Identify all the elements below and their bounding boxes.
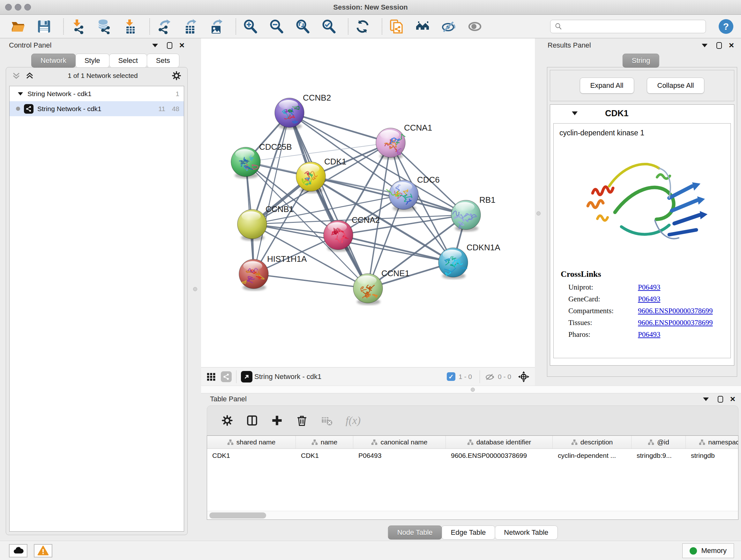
help-button[interactable]: ?: [719, 19, 733, 34]
memory-label: Memory: [701, 547, 727, 555]
export-network-icon[interactable]: [156, 18, 172, 35]
table-settings-gear-icon[interactable]: [221, 415, 233, 427]
panel-collapse-icon[interactable]: [702, 44, 708, 47]
memory-button[interactable]: Memory: [682, 543, 734, 558]
crosslink-link[interactable]: 9606.ENSP00000378699: [638, 307, 713, 315]
crosslink-label: Compartments:: [568, 307, 638, 315]
birds-eye-view-icon[interactable]: [518, 371, 530, 383]
panel-float-icon[interactable]: [718, 396, 723, 402]
horizontal-scrollbar[interactable]: [207, 511, 738, 519]
selected-checkbox-icon[interactable]: ✓: [447, 372, 455, 381]
search-box[interactable]: [550, 20, 706, 33]
column-header[interactable]: description: [553, 436, 631, 449]
tab-style[interactable]: Style: [75, 54, 110, 68]
scrollbar-thumb[interactable]: [209, 512, 266, 518]
crosslink-link[interactable]: P06493: [638, 330, 660, 339]
network-badge-icon[interactable]: [221, 371, 232, 382]
tab-sets[interactable]: Sets: [147, 54, 179, 68]
cloud-status-button[interactable]: [9, 544, 27, 557]
crosslink-link[interactable]: P06493: [638, 295, 660, 303]
import-network-file-icon[interactable]: [70, 18, 86, 35]
section-expand-icon[interactable]: [572, 111, 578, 115]
tab-network-table[interactable]: Network Table: [495, 525, 557, 540]
first-neighbors-icon[interactable]: [414, 18, 431, 35]
network-view-canvas[interactable]: CCNB2CCNA1CDC25BCDK1CDC6RB1CCNB1CCNA2CDK…: [201, 38, 535, 367]
tab-network[interactable]: Network: [31, 54, 76, 68]
column-header[interactable]: @id: [631, 436, 686, 449]
table-row[interactable]: CDK1 CDK1 P06493 9606.ENSP00000378699 cy…: [207, 449, 738, 462]
zoom-in-icon[interactable]: [242, 18, 259, 35]
cell-description[interactable]: cyclin-dependent ...: [553, 449, 631, 462]
search-icon: [554, 22, 562, 30]
panel-collapse-icon[interactable]: [703, 397, 709, 401]
search-input[interactable]: [565, 23, 702, 30]
collapse-all-button[interactable]: Collapse All: [647, 78, 704, 94]
panel-close-icon[interactable]: ×: [729, 42, 734, 49]
cell-name[interactable]: CDK1: [296, 449, 353, 462]
import-network-database-icon[interactable]: [96, 18, 112, 35]
column-header[interactable]: database identifier: [446, 436, 553, 449]
hide-selected-eye-icon[interactable]: [441, 18, 457, 35]
gene-section-header[interactable]: CDK1: [550, 105, 734, 122]
tab-string[interactable]: String: [623, 54, 659, 68]
selected-counts: 1 - 0: [459, 373, 472, 381]
collection-expand-icon[interactable]: [18, 92, 23, 96]
splitter-handle[interactable]: [471, 388, 475, 392]
zoom-selected-icon[interactable]: [320, 18, 337, 35]
panel-close-icon[interactable]: ×: [179, 42, 185, 49]
open-file-icon[interactable]: [10, 18, 26, 35]
column-header[interactable]: shared name: [207, 436, 296, 449]
import-table-file-icon[interactable]: [122, 18, 138, 35]
tab-node-table[interactable]: Node Table: [388, 525, 442, 540]
refresh-layout-icon[interactable]: [354, 18, 371, 35]
save-session-icon[interactable]: [36, 18, 52, 35]
crosslink-link[interactable]: P06493: [638, 283, 660, 292]
horizontal-splitter[interactable]: [201, 386, 741, 393]
network-graph[interactable]: CCNB2CCNA1CDC25BCDK1CDC6RB1CCNB1CCNA2CDK…: [201, 38, 535, 367]
cell-canonical-name[interactable]: P06493: [353, 449, 446, 462]
collapse-all-icon[interactable]: [12, 71, 21, 80]
warning-status-button[interactable]: [34, 544, 52, 557]
cell-namespace[interactable]: stringdb: [686, 449, 738, 462]
panel-close-icon[interactable]: ×: [730, 396, 735, 402]
cell-id[interactable]: stringdb:9...: [631, 449, 686, 462]
column-type-icon: [312, 439, 318, 445]
export-image-icon[interactable]: [208, 18, 225, 35]
column-header[interactable]: namespace: [686, 436, 738, 449]
tab-select[interactable]: Select: [109, 54, 147, 68]
cell-shared-name[interactable]: CDK1: [207, 449, 296, 462]
show-all-eye-icon[interactable]: [467, 18, 483, 35]
network-edge-count: 48: [165, 105, 179, 113]
open-in-new-window-icon[interactable]: [241, 371, 253, 382]
column-type-icon: [227, 439, 233, 445]
expand-all-icon[interactable]: [25, 71, 34, 80]
panel-collapse-icon[interactable]: [152, 44, 158, 47]
right-splitter-handle[interactable]: [536, 211, 541, 215]
tab-edge-table[interactable]: Edge Table: [442, 525, 495, 540]
title-bar: Session: New Session: [0, 0, 741, 15]
panel-float-icon[interactable]: [167, 42, 172, 49]
node-table[interactable]: shared name name canonical name database…: [207, 435, 738, 520]
add-column-icon[interactable]: [271, 415, 283, 427]
control-panel-title: Control Panel: [9, 41, 51, 50]
left-splitter-handle[interactable]: [193, 287, 197, 291]
gear-icon[interactable]: [172, 71, 182, 81]
show-columns-icon[interactable]: [246, 415, 258, 427]
cell-database-identifier[interactable]: 9606.ENSP00000378699: [446, 449, 553, 462]
table-header-row: shared name name canonical name database…: [207, 436, 738, 449]
zoom-fit-icon[interactable]: [294, 18, 311, 35]
column-header[interactable]: name: [296, 436, 353, 449]
delete-column-icon[interactable]: [296, 415, 308, 427]
panel-float-icon[interactable]: [717, 42, 722, 49]
expand-all-button[interactable]: Expand All: [580, 78, 634, 94]
crosslinks-title: CrossLinks: [554, 268, 731, 280]
network-row-selected[interactable]: String Network - cdk1 11 48: [10, 101, 184, 116]
svg-text:HIST1H1A: HIST1H1A: [267, 254, 307, 264]
grid-view-icon[interactable]: [206, 372, 216, 382]
network-collection-row[interactable]: String Network - cdk1 1: [10, 86, 184, 101]
crosslink-link[interactable]: 9606.ENSP00000378699: [638, 319, 713, 327]
zoom-out-icon[interactable]: [268, 18, 285, 35]
clone-network-icon[interactable]: [388, 18, 405, 35]
column-header[interactable]: canonical name: [353, 436, 446, 449]
export-table-icon[interactable]: [182, 18, 199, 35]
